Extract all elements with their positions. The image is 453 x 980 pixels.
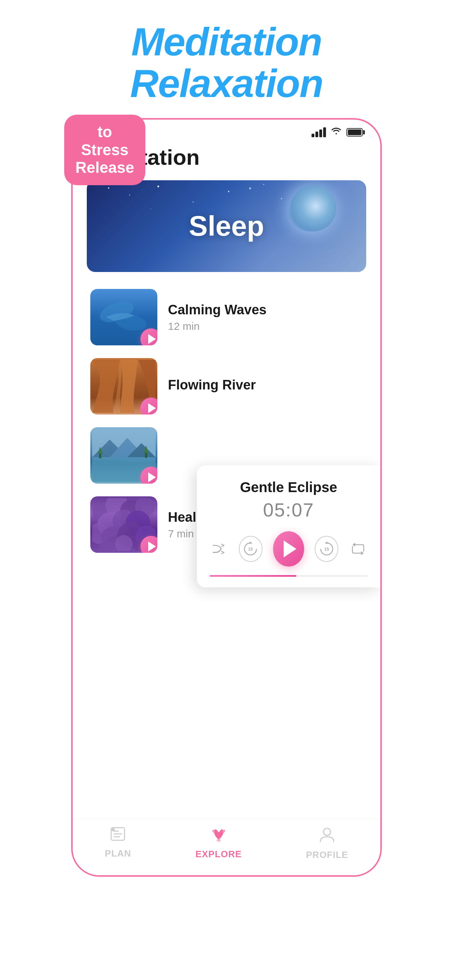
badge-text: toStressRelease xyxy=(75,123,134,177)
item-duration: 12 min xyxy=(168,320,363,332)
nav-item-plan[interactable]: PLAN xyxy=(105,826,131,859)
player-track-name: Gentle Eclipse xyxy=(210,479,368,495)
progress-fill xyxy=(210,575,296,577)
nav-label-explore: EXPLORE xyxy=(196,849,242,860)
forward-button[interactable]: 15 xyxy=(315,536,338,562)
svg-point-33 xyxy=(324,828,331,835)
rewind-button[interactable]: 15 xyxy=(239,536,262,562)
play-icon xyxy=(148,334,156,344)
item-thumbnail xyxy=(90,358,157,415)
player-time: 05:07 xyxy=(210,499,368,521)
progress-bar[interactable] xyxy=(210,575,368,577)
header-title: Meditation Relaxation xyxy=(130,21,323,104)
repeat-button[interactable] xyxy=(349,538,368,560)
signal-icon xyxy=(312,127,326,137)
item-info: Flowing River xyxy=(168,377,363,395)
nav-item-profile[interactable]: PROFILE xyxy=(306,826,348,861)
nav-label-profile: PROFILE xyxy=(306,850,348,861)
main-play-button[interactable] xyxy=(273,531,304,566)
main-play-icon xyxy=(284,541,296,557)
item-info: Calming Waves 12 min xyxy=(168,302,363,332)
player-popup: Gentle Eclipse 05:07 xyxy=(197,465,380,587)
bottom-nav: PLAN EXPLORE xyxy=(73,819,380,875)
profile-icon xyxy=(319,826,335,846)
item-name: Calming Waves xyxy=(168,302,363,318)
hero-sleep-card[interactable]: Sleep xyxy=(87,180,366,272)
svg-point-32 xyxy=(217,839,221,842)
svg-rect-31 xyxy=(112,828,114,831)
plan-icon xyxy=(110,826,126,845)
svg-text:15: 15 xyxy=(324,547,329,552)
play-icon xyxy=(148,541,156,551)
svg-text:15: 15 xyxy=(248,547,253,552)
item-thumbnail xyxy=(90,496,157,553)
stress-release-badge: toStressRelease xyxy=(64,115,145,185)
explore-icon xyxy=(210,826,227,846)
item-thumbnail xyxy=(90,289,157,345)
item-info: hidden xyxy=(168,447,363,465)
shuffle-button[interactable] xyxy=(210,538,228,560)
phone-frame: Meditation Sleep xyxy=(71,118,382,877)
play-icon xyxy=(148,473,156,482)
nav-label-plan: PLAN xyxy=(105,848,131,859)
moon-decoration xyxy=(290,186,336,231)
hero-title: Sleep xyxy=(189,210,264,242)
nav-item-explore[interactable]: EXPLORE xyxy=(196,826,242,860)
wifi-icon xyxy=(331,127,342,138)
list-item: Calming Waves 12 min xyxy=(73,283,380,352)
item-name: Flowing River xyxy=(168,377,363,393)
app-header: Meditation Relaxation xyxy=(130,21,323,118)
list-item: Flowing River xyxy=(73,352,380,421)
item-thumbnail xyxy=(90,427,157,484)
phone-wrapper: toStressRelease Meditation xyxy=(71,118,382,877)
play-icon xyxy=(148,403,156,413)
battery-icon xyxy=(347,128,363,137)
player-controls: 15 15 xyxy=(210,531,368,566)
